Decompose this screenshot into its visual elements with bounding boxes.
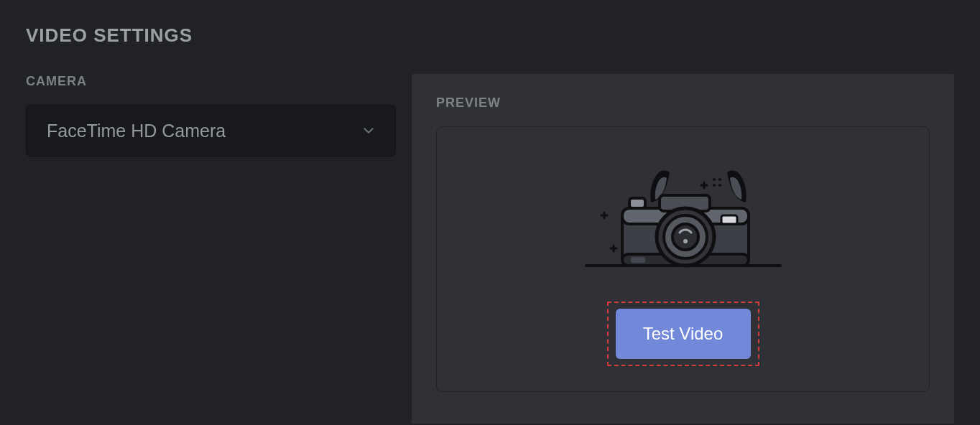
camera-column: CAMERA FaceTime HD Camera bbox=[26, 74, 396, 157]
camera-label: CAMERA bbox=[26, 74, 396, 89]
svg-rect-17 bbox=[631, 257, 645, 263]
svg-rect-14 bbox=[629, 198, 645, 208]
svg-rect-15 bbox=[721, 215, 737, 224]
svg-point-9 bbox=[713, 184, 716, 187]
test-video-highlight: Test Video bbox=[607, 302, 759, 366]
preview-label: PREVIEW bbox=[436, 95, 930, 111]
svg-point-20 bbox=[672, 224, 698, 250]
camera-select-value: FaceTime HD Camera bbox=[47, 121, 226, 141]
svg-point-10 bbox=[718, 184, 721, 187]
preview-box: Test Video bbox=[436, 126, 930, 392]
video-settings-panel: VIDEO SETTINGS CAMERA FaceTime HD Camera… bbox=[0, 0, 980, 425]
chevron-down-icon bbox=[361, 123, 376, 139]
svg-point-21 bbox=[683, 239, 688, 243]
svg-point-7 bbox=[713, 178, 716, 181]
section-title: VIDEO SETTINGS bbox=[26, 24, 954, 47]
test-video-button[interactable]: Test Video bbox=[616, 309, 751, 359]
camera-select[interactable]: FaceTime HD Camera bbox=[26, 105, 396, 157]
svg-point-8 bbox=[718, 178, 721, 181]
preview-column: PREVIEW bbox=[412, 74, 954, 424]
camera-illustration-icon bbox=[579, 152, 787, 274]
settings-columns: CAMERA FaceTime HD Camera PREVIEW bbox=[26, 74, 954, 424]
